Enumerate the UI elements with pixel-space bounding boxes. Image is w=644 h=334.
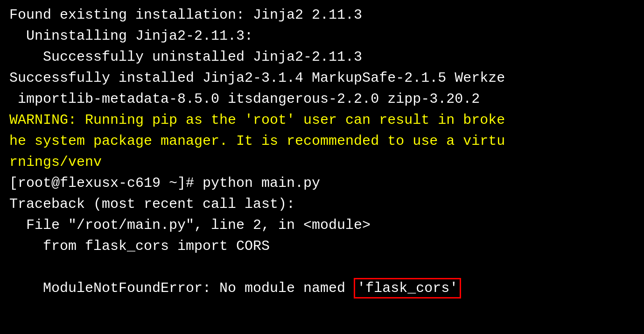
- output-line-9: [root@flexusx-c619 ~]# python main.py: [9, 173, 635, 194]
- terminal-window: Found existing installation: Jinja2 2.11…: [0, 0, 644, 334]
- output-line-10: Traceback (most recent call last):: [9, 194, 635, 215]
- output-line-8: rnings/venv: [9, 152, 635, 173]
- highlighted-module-name: 'flask_cors': [354, 278, 461, 298]
- output-line-2: Uninstalling Jinja2-2.11.3:: [9, 26, 635, 47]
- output-line-1: Found existing installation: Jinja2 2.11…: [9, 5, 635, 26]
- output-line-7: he system package manager. It is recomme…: [9, 131, 635, 152]
- output-line-3: Successfully uninstalled Jinja2-2.11.3: [9, 47, 635, 68]
- output-line-5: importlib-metadata-8.5.0 itsdangerous-2.…: [9, 89, 635, 110]
- output-line-12: from flask_cors import CORS: [9, 236, 635, 257]
- output-line-6: WARNING: Running pip as the 'root' user …: [9, 110, 635, 131]
- output-line-13: ModuleNotFoundError: No module named 'fl…: [9, 257, 635, 320]
- output-line-14: [root@flexusx-c619 ~]#: [9, 320, 635, 334]
- error-prefix: ModuleNotFoundError: No module named: [43, 280, 354, 296]
- output-line-4: Successfully installed Jinja2-3.1.4 Mark…: [9, 68, 635, 89]
- output-line-11: File "/root/main.py", line 2, in <module…: [9, 215, 635, 236]
